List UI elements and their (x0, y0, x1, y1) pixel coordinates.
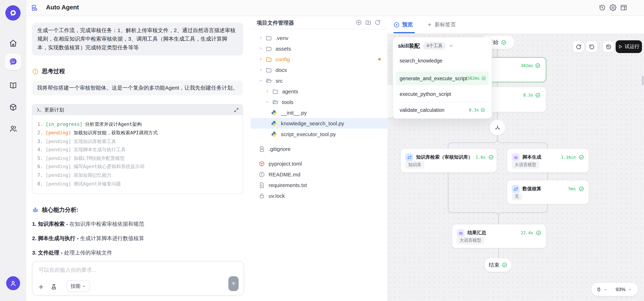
capability-item: 3. 文件处理 - 处理上传的审核文件 (32, 249, 243, 257)
tree-row-folder-config[interactable]: config (250, 54, 387, 64)
send-button[interactable] (228, 276, 239, 291)
thinking-body: 我将帮你搭建一个审核智能体。这是一个复杂的多功能Agent，让我先创建任务计划。 (32, 81, 243, 96)
test-run-button[interactable]: 试运行 (616, 40, 642, 53)
workflow-node-script[interactable]: 脚本生成 1.1min 大语言模型 (507, 148, 589, 173)
node-tag: 大语言模型 (457, 237, 484, 244)
check-circle-icon (501, 40, 506, 45)
chat-input[interactable] (38, 265, 216, 281)
workflow-node-knowledge[interactable]: 知识库检索（审核知识库） 1.6s 知识库 (400, 148, 497, 173)
terminal-icon (36, 107, 42, 112)
branch-node[interactable] (490, 120, 505, 135)
check-circle-icon (579, 155, 584, 160)
layout-panel-icon[interactable] (620, 4, 628, 12)
users-icon[interactable] (5, 121, 22, 137)
chevron-down-icon[interactable] (628, 287, 632, 291)
canvas-zoom-control: 93% (591, 283, 638, 296)
skill-tool-item[interactable]: search_knowledge (396, 54, 489, 67)
tree-row-file[interactable]: pyproject.toml (250, 158, 387, 169)
tree-row-folder[interactable]: docs (250, 65, 387, 75)
check-circle-icon (536, 230, 541, 235)
tree-row-file-selected[interactable]: knowledge_search_tool.py (250, 118, 387, 129)
tree-row-folder[interactable]: agents (250, 86, 387, 97)
thinking-section-header: 思考过程 (32, 68, 243, 75)
gear-icon[interactable] (610, 4, 617, 12)
home-icon[interactable] (5, 35, 22, 52)
tab-preview[interactable]: 预览 (394, 21, 413, 28)
book-icon[interactable] (5, 77, 22, 94)
thinking-icon (32, 68, 39, 75)
cube-icon[interactable] (5, 99, 22, 116)
beaker-icon[interactable] (50, 283, 57, 290)
skill-tool-item[interactable]: validate_calculation 8.3s (396, 103, 489, 117)
panels-toggle-icon[interactable] (31, 4, 39, 12)
robot-icon (32, 207, 39, 213)
preview-tab-bar: 预览 新标签页 (387, 16, 644, 34)
tree-row-file[interactable]: script_executor_tool.py (250, 129, 387, 139)
workflow-end-node[interactable]: 结束 (484, 258, 511, 272)
robot-icon (512, 153, 520, 161)
robot-icon (457, 229, 464, 237)
chevron-down-icon (449, 44, 454, 48)
document-icon (259, 146, 265, 152)
skill-tool-item-active[interactable]: generate_and_execute_script 382ms (396, 72, 489, 85)
page-title: Auto Agent (46, 4, 79, 11)
plan-card-header[interactable]: 更新计划 (32, 105, 243, 115)
play-circle-icon (394, 22, 400, 28)
tree-row-file[interactable]: README.md (250, 169, 387, 180)
tab-new[interactable]: 新标签页 (427, 21, 456, 28)
package-icon (259, 161, 265, 167)
modified-dot (378, 58, 381, 61)
new-folder-icon[interactable] (365, 19, 371, 26)
tree-row-file[interactable]: requirements.txt (250, 180, 387, 190)
user-avatar[interactable] (6, 276, 20, 290)
history-icon[interactable] (599, 4, 606, 12)
tree-row-folder[interactable]: assets (250, 43, 387, 54)
tree-row-folder[interactable]: .venv (250, 33, 387, 43)
active-tab-underline (394, 32, 415, 33)
check-circle-icon (502, 262, 507, 268)
capability-item: 2. 脚本生成与执行 - 生成计算脚本进行数值核算 (32, 234, 243, 243)
tree-row-file[interactable]: .gitignore (250, 143, 387, 154)
chevron-down-icon[interactable] (604, 287, 608, 291)
plan-card: 更新计划 1.[in_progress]分析需求并设计Agent架构 2.[pe… (32, 104, 243, 194)
plan-item: 2.[pending]加载知识库技能，获取检索API调用方式 (38, 129, 238, 137)
toolbar-divider (599, 43, 600, 51)
zoom-level[interactable]: 93% (616, 286, 626, 292)
chat-icon[interactable] (5, 54, 22, 70)
flow-icon (405, 153, 413, 161)
plan-title: 更新计划 (44, 107, 64, 113)
file-tree: .venv assets config docs src (250, 33, 387, 201)
refresh-icon[interactable] (374, 19, 381, 26)
lock-icon (259, 193, 265, 199)
workflow-canvas[interactable]: 开始 382ms 8.3s (387, 33, 644, 301)
attach-plus-icon[interactable] (38, 283, 44, 290)
workflow-node-calc[interactable]: 数值核算 5ms 无 (507, 180, 589, 204)
plan-item: 3.[pending]实现知识库检索工具 (38, 137, 238, 146)
mouse-icon[interactable] (596, 287, 601, 292)
sync-icon[interactable] (573, 41, 584, 52)
plan-item: 1.[in_progress]分析需求并设计Agent架构 (38, 120, 238, 129)
skill-button[interactable]: 技能 (66, 280, 90, 292)
history-icon[interactable] (603, 41, 614, 52)
workflow-node-summary[interactable]: 结果汇总 22.4s 大语言模型 (452, 224, 546, 248)
node-tag: 大语言模型 (512, 161, 539, 169)
tree-row-folder-open[interactable]: src (250, 75, 387, 86)
expand-icon[interactable] (234, 108, 238, 112)
tree-row-folder-open[interactable]: tools (250, 97, 387, 107)
skill-panel-header[interactable]: skill装配 4个工具 (398, 42, 454, 50)
chat-panel: 生成一个工作流，完成审核任务：1、解析上传审核文件，2、通过自然语言描述审核规则… (26, 16, 251, 301)
tree-row-file[interactable]: uv.lock (250, 190, 387, 201)
skill-tool-item[interactable]: execute_python_script (396, 87, 489, 101)
python-icon (271, 110, 277, 116)
canvas-scrollbar[interactable] (642, 76, 644, 85)
new-file-icon[interactable] (356, 19, 362, 26)
plan-item: 4.[pending]实现脚本生成与执行工具 (38, 146, 238, 154)
refresh-icon[interactable] (586, 41, 597, 52)
tree-row-file[interactable]: __init__.py (250, 107, 387, 118)
flow-icon (512, 185, 520, 193)
plan-list: 1.[in_progress]分析需求并设计Agent架构 2.[pending… (32, 115, 243, 194)
node-tag: 知识库 (405, 161, 424, 169)
node-tag: 无 (512, 193, 522, 200)
python-icon (271, 120, 277, 127)
python-icon (271, 131, 277, 137)
